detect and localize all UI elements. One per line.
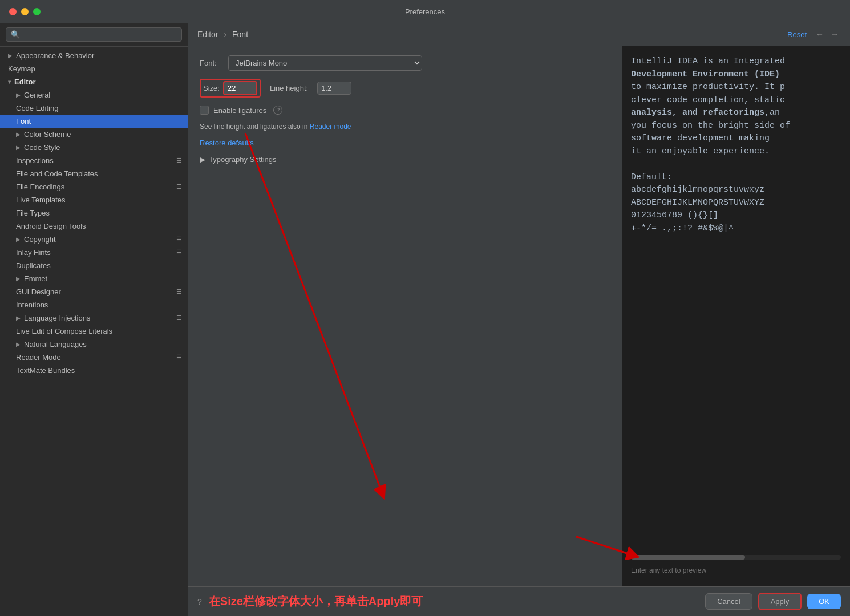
reader-mode-link[interactable]: Reader mode — [310, 123, 351, 131]
preview-lower: abcdefghijklmnopqrstuvwxyz — [631, 184, 841, 197]
preview-line3: to maximize productivity. It p — [631, 81, 841, 94]
copyright-badge: ☰ — [176, 236, 182, 243]
bottom-buttons: Cancel Apply OK — [705, 593, 841, 610]
sidebar-item-label: Reader Mode — [16, 353, 61, 362]
typography-chevron: ▶ — [200, 155, 205, 164]
sidebar-item-label: General — [24, 91, 50, 99]
nav-back-arrow[interactable]: ← — [813, 29, 826, 40]
sidebar-item-live-edit-compose[interactable]: Live Edit of Compose Literals — [0, 325, 188, 338]
search-bar — [0, 23, 188, 47]
content-header: Editor › Font Reset ← → — [188, 23, 850, 46]
chevron-icon: ▶ — [8, 52, 13, 59]
sidebar-item-inspections[interactable]: Inspections ☰ — [0, 154, 188, 167]
restore-defaults-link[interactable]: Restore defaults — [200, 139, 610, 147]
preview-line1: IntelliJ IDEA is an Integrated — [631, 55, 841, 68]
file-encodings-badge: ☰ — [176, 183, 182, 191]
sidebar-item-language-injections[interactable]: ▶ Language Injections ☰ — [0, 311, 188, 325]
sidebar-item-keymap[interactable]: Keymap — [0, 62, 188, 75]
preview-line8: software development making — [631, 132, 841, 145]
close-button[interactable] — [9, 8, 17, 15]
sidebar-item-label: Font — [16, 117, 31, 125]
sidebar-item-android-design-tools[interactable]: Android Design Tools — [0, 220, 188, 233]
preview-line2: Development Environment (IDE) — [631, 68, 841, 82]
sidebar-item-gui-designer[interactable]: GUI Designer ☰ — [0, 285, 188, 298]
settings-panel: Font: JetBrains Mono Size: Line height: — [188, 46, 622, 586]
breadcrumb-sep: › — [224, 30, 226, 39]
sidebar-item-label: Live Edit of Compose Literals — [16, 327, 112, 335]
sidebar-item-code-editing[interactable]: Code Editing — [0, 102, 188, 115]
sidebar-item-intentions[interactable]: Intentions — [0, 298, 188, 311]
nav-arrows: ← → — [813, 29, 841, 40]
reset-link[interactable]: Reset — [787, 30, 807, 39]
sidebar-item-textmate-bundles[interactable]: TextMate Bundles — [0, 364, 188, 377]
breadcrumb-part1: Editor — [197, 30, 218, 39]
sidebar-item-color-scheme[interactable]: ▶ Color Scheme — [0, 128, 188, 141]
preview-input[interactable] — [631, 564, 841, 577]
reader-mode-badge: ☰ — [176, 354, 182, 361]
cancel-button[interactable]: Cancel — [705, 593, 752, 610]
size-label: Size: — [203, 84, 220, 92]
sidebar-item-label: Intentions — [16, 301, 48, 309]
maximize-button[interactable] — [33, 8, 41, 15]
sidebar-item-inlay-hints[interactable]: Inlay Hints ☰ — [0, 246, 188, 259]
sidebar-item-appearance[interactable]: ▶ Appearance & Behavior — [0, 49, 188, 62]
preview-numbers: 0123456789 (){}[] — [631, 209, 841, 222]
chevron-icon: ▶ — [16, 341, 21, 347]
search-input[interactable] — [6, 27, 182, 42]
breadcrumb-current: Font — [232, 30, 248, 39]
sidebar-item-general[interactable]: ▶ General — [0, 88, 188, 102]
size-input[interactable] — [223, 81, 257, 95]
minimize-button[interactable] — [21, 8, 29, 15]
chevron-icon: ▶ — [16, 92, 21, 98]
sidebar-item-file-code-templates[interactable]: File and Code Templates — [0, 167, 188, 180]
gui-designer-badge: ☰ — [176, 288, 182, 295]
language-injections-badge: ☰ — [176, 314, 182, 322]
sidebar-item-file-types[interactable]: File Types — [0, 206, 188, 220]
sidebar-item-font[interactable]: Font — [0, 115, 188, 128]
font-select[interactable]: JetBrains Mono — [228, 55, 422, 71]
sidebar-item-label: Inlay Hints — [16, 248, 51, 257]
sidebar-item-label: File and Code Templates — [16, 169, 98, 178]
sidebar-item-label: Copyright — [24, 235, 56, 244]
font-row: Font: JetBrains Mono — [200, 55, 610, 71]
preview-scrollbar-thumb — [631, 555, 745, 560]
reader-mode-note: See line height and ligatures also in Re… — [200, 123, 610, 131]
chevron-icon: ▶ — [16, 315, 21, 321]
preview-scrollbar[interactable] — [631, 555, 841, 560]
reader-mode-note-text: See line height and ligatures also in — [200, 123, 307, 131]
preview-default-label: Default: — [631, 171, 841, 184]
sidebar-item-editor[interactable]: ▾ Editor — [0, 75, 188, 88]
ok-button[interactable]: OK — [807, 594, 841, 609]
size-row: Size: Line height: — [200, 79, 610, 98]
line-height-label: Line height: — [270, 84, 308, 92]
preview-symbols: +-*/= .,;:!? #&$%@|^ — [631, 222, 841, 236]
sidebar-item-code-style[interactable]: ▶ Code Style — [0, 141, 188, 154]
sidebar-item-emmet[interactable]: ▶ Emmet — [0, 272, 188, 285]
chevron-icon: ▶ — [16, 236, 21, 242]
line-height-input[interactable] — [317, 82, 351, 95]
sidebar-item-duplicates[interactable]: Duplicates — [0, 259, 188, 272]
bottom-bar: ? 在Size栏修改字体大小，再单击Apply即可 Cancel Apply O… — [188, 586, 850, 616]
sidebar-list: ▶ Appearance & Behavior Keymap ▾ Editor … — [0, 47, 188, 616]
preview-panel: IntelliJ IDEA is an Integrated Developme… — [622, 46, 850, 586]
sidebar-item-label: Code Style — [24, 143, 60, 152]
sidebar-item-natural-languages[interactable]: ▶ Natural Languages — [0, 338, 188, 351]
sidebar-item-live-templates[interactable]: Live Templates — [0, 193, 188, 206]
window-title: Preferences — [405, 7, 445, 16]
inlay-hints-badge: ☰ — [176, 249, 182, 256]
typography-row[interactable]: ▶ Typography Settings — [200, 155, 610, 164]
typography-label: Typography Settings — [209, 155, 277, 164]
apply-button[interactable]: Apply — [758, 593, 802, 610]
sidebar-item-reader-mode[interactable]: Reader Mode ☰ — [0, 351, 188, 364]
nav-forward-arrow[interactable]: → — [828, 29, 841, 40]
sidebar-item-copyright[interactable]: ▶ Copyright ☰ — [0, 233, 188, 246]
sidebar-item-label: Emmet — [24, 274, 47, 283]
window-controls — [9, 8, 41, 15]
chevron-icon: ▶ — [16, 131, 21, 137]
chevron-icon: ▾ — [8, 79, 11, 85]
help-icon[interactable]: ? — [273, 106, 282, 115]
enable-ligatures-checkbox[interactable] — [200, 106, 209, 115]
sidebar-item-label: Color Scheme — [24, 130, 71, 139]
sidebar-item-file-encodings[interactable]: File Encodings ☰ — [0, 180, 188, 193]
help-button[interactable]: ? — [197, 597, 202, 606]
